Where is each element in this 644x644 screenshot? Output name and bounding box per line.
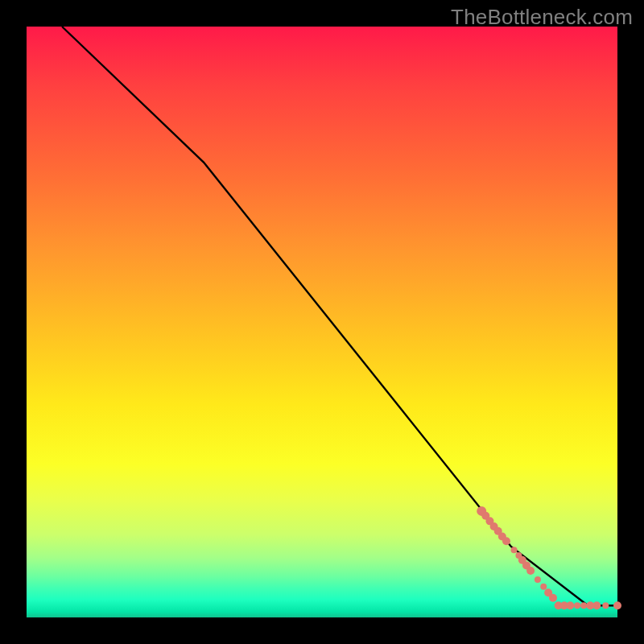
data-marker xyxy=(592,601,601,609)
data-marker xyxy=(602,602,609,609)
data-marker xyxy=(511,547,518,553)
data-marker xyxy=(540,584,547,590)
data-marker xyxy=(613,601,621,609)
data-marker xyxy=(574,602,580,609)
chart-frame: TheBottleneck.com xyxy=(0,0,644,644)
watermark-text: TheBottleneck.com xyxy=(451,5,633,30)
data-marker xyxy=(502,537,510,545)
data-marker xyxy=(526,567,535,575)
data-marker xyxy=(535,576,541,583)
chart-line xyxy=(62,27,617,605)
data-marker xyxy=(580,602,587,609)
plot-area xyxy=(27,27,617,617)
chart-markers xyxy=(477,506,621,609)
data-marker xyxy=(549,594,557,602)
data-marker xyxy=(566,601,574,609)
chart-overlay xyxy=(27,27,617,617)
